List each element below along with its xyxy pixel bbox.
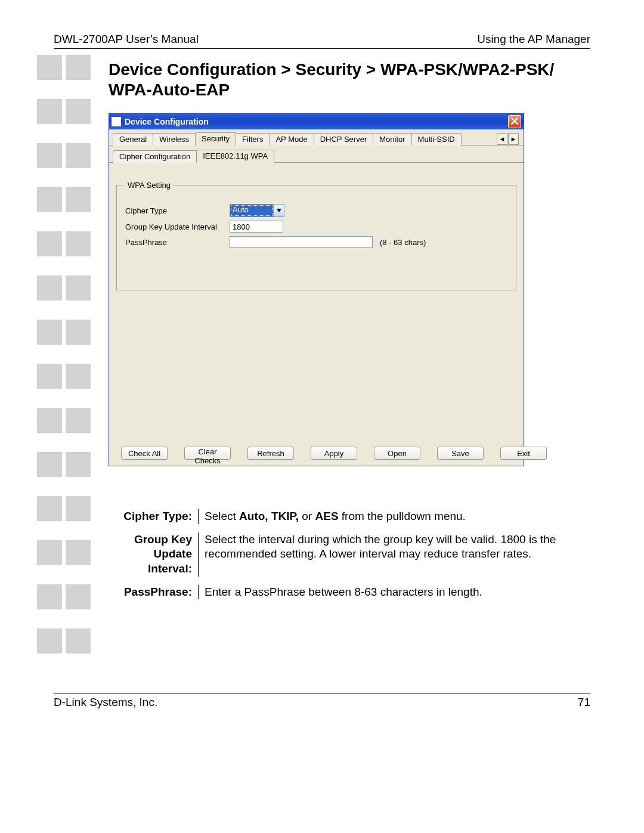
footer-left: D-Link Systems, Inc. xyxy=(54,696,157,709)
desc-term: PassPhrase: xyxy=(109,585,199,600)
cipher-type-label: Cipher Type xyxy=(125,206,230,215)
wpa-setting-legend: WPA Setting xyxy=(125,181,173,190)
chevron-down-icon[interactable] xyxy=(273,205,284,216)
cipher-type-value: Auto xyxy=(230,205,273,216)
dialog-buttons: Check All Clear Checks Refresh Apply Ope… xyxy=(109,443,524,466)
tab-monitor[interactable]: Monitor xyxy=(373,133,411,145)
group-key-interval-input[interactable] xyxy=(230,221,283,233)
desc-cipher-type: Cipher Type: Select Auto, TKIP, or AES f… xyxy=(109,509,590,524)
page-title: Device Configuration > Security > WPA-PS… xyxy=(109,60,590,100)
main-tabs: General Wireless Security Filters AP Mod… xyxy=(109,129,524,145)
header-left: DWL-2700AP User’s Manual xyxy=(54,33,199,46)
close-button[interactable] xyxy=(508,115,521,128)
wpa-setting-group: WPA Setting Cipher Type Auto Group Key U… xyxy=(116,181,516,290)
desc-term: Group Key Update Interval: xyxy=(109,532,199,577)
passphrase-hint: (8 - 63 chars) xyxy=(380,238,426,247)
desc-group-key-interval: Group Key Update Interval: Select the in… xyxy=(109,532,590,577)
passphrase-label: PassPhrase xyxy=(125,238,230,247)
passphrase-input[interactable] xyxy=(230,236,373,248)
desc-passphrase: PassPhrase: Enter a PassPhrase between 8… xyxy=(109,585,590,600)
tab-ap-mode[interactable]: AP Mode xyxy=(269,133,314,145)
dialog-body: WPA Setting Cipher Type Auto Group Key U… xyxy=(109,163,524,443)
subtab-cipher-configuration[interactable]: Cipher Configuration xyxy=(113,150,197,163)
apply-button[interactable]: Apply xyxy=(311,447,357,460)
desc-bold: Auto, TKIP, xyxy=(239,510,299,522)
tab-filters[interactable]: Filters xyxy=(236,133,270,145)
exit-button[interactable]: Exit xyxy=(500,447,547,460)
tab-dhcp-server[interactable]: DHCP Server xyxy=(314,133,374,145)
desc-def: Enter a PassPhrase between 8-63 characte… xyxy=(199,585,590,600)
tab-scroll: ◄ ► xyxy=(497,133,520,145)
close-icon xyxy=(511,117,518,126)
tab-scroll-right[interactable]: ► xyxy=(508,133,519,145)
tab-security[interactable]: Security xyxy=(195,132,236,145)
cipher-type-combo[interactable]: Auto xyxy=(230,204,284,217)
page-header: DWL-2700AP User’s Manual Using the AP Ma… xyxy=(54,33,590,49)
tab-multi-ssid[interactable]: Multi-SSID xyxy=(411,133,462,145)
dialog-titlebar: Device Configuration xyxy=(109,114,524,129)
descriptions: Cipher Type: Select Auto, TKIP, or AES f… xyxy=(109,506,590,608)
sub-tabs: Cipher Configuration IEEE802.11g WPA xyxy=(109,145,524,163)
tab-scroll-left[interactable]: ◄ xyxy=(497,133,507,145)
desc-term: Cipher Type: xyxy=(109,509,199,524)
footer-right: 71 xyxy=(578,696,590,709)
desc-bold: AES xyxy=(315,510,338,522)
tab-general[interactable]: General xyxy=(113,133,153,145)
group-key-interval-label: Group Key Update Interval xyxy=(125,222,230,231)
open-button[interactable]: Open xyxy=(374,447,420,460)
save-button[interactable]: Save xyxy=(437,447,484,460)
check-all-button[interactable]: Check All xyxy=(121,447,168,460)
dialog-title-text: Device Configuration xyxy=(125,117,209,126)
subtab-ieee80211g-wpa[interactable]: IEEE802.11g WPA xyxy=(196,150,274,163)
desc-text: Select xyxy=(205,510,239,522)
refresh-button[interactable]: Refresh xyxy=(247,447,294,460)
desc-def: Select Auto, TKIP, or AES from the pulld… xyxy=(199,509,590,524)
device-config-dialog: Device Configuration General Wireless Se… xyxy=(109,113,524,466)
page-footer: D-Link Systems, Inc. 71 xyxy=(54,693,590,709)
dialog-title-icon xyxy=(112,117,121,126)
tab-wireless[interactable]: Wireless xyxy=(153,133,196,145)
clear-checks-button[interactable]: Clear Checks xyxy=(184,447,231,460)
desc-text: from the pulldown menu. xyxy=(339,510,466,522)
header-right: Using the AP Manager xyxy=(477,33,590,46)
desc-def: Select the interval during which the gro… xyxy=(199,532,590,577)
decorative-squares xyxy=(37,55,91,673)
desc-text: or xyxy=(299,510,315,522)
